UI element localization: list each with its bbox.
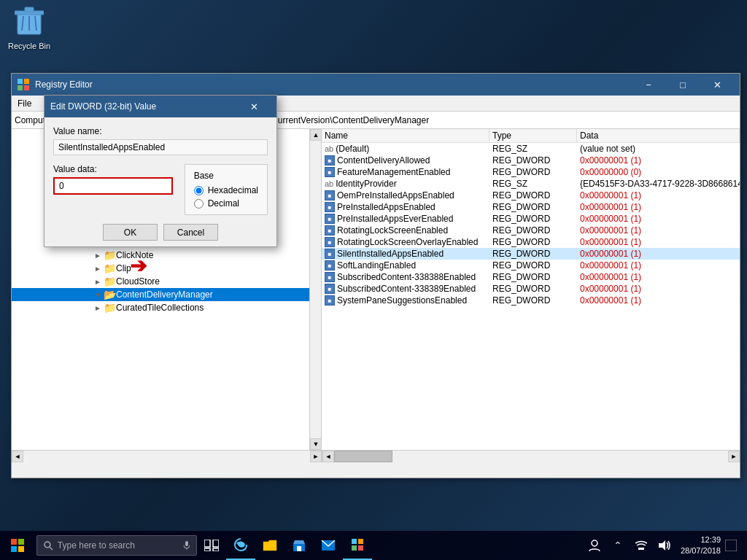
taskbar-clock[interactable]: 12:39 28/07/2018 bbox=[681, 534, 721, 557]
entry-featuremanagement[interactable]: ■ FeatureManagementEnabled REG_DWORD 0x0… bbox=[322, 166, 740, 178]
entry-type: REG_DWORD bbox=[489, 190, 577, 201]
scroll-right-button[interactable]: ► bbox=[310, 451, 322, 462]
volume-icon[interactable] bbox=[654, 535, 675, 556]
value-data-input[interactable] bbox=[53, 177, 173, 195]
reg-icon: ■ bbox=[325, 249, 335, 259]
value-name-input[interactable] bbox=[53, 139, 268, 155]
scroll-up-button[interactable]: ▲ bbox=[310, 129, 322, 141]
clock-date: 28/07/2018 bbox=[681, 545, 721, 556]
store-button[interactable] bbox=[285, 531, 314, 560]
dialog-title: Edit DWORD (32-bit) Value bbox=[50, 101, 237, 112]
col-data[interactable]: Data bbox=[577, 129, 740, 142]
network-icon[interactable] bbox=[631, 535, 651, 556]
entry-systempane[interactable]: ■ SystemPaneSuggestionsEnabled REG_DWORD… bbox=[322, 295, 740, 306]
svg-rect-26 bbox=[352, 539, 357, 544]
entry-preinstalledever[interactable]: ■ PreInstalledAppsEverEnabled REG_DWORD … bbox=[322, 213, 740, 225]
search-bar[interactable] bbox=[36, 535, 197, 556]
chevron-up-icon[interactable]: ⌃ bbox=[608, 535, 628, 556]
entry-rotatinglock[interactable]: ■ RotatingLockScreenEnabled REG_DWORD 0x… bbox=[322, 225, 740, 236]
col-name[interactable]: Name bbox=[322, 129, 489, 142]
reg-icon: ■ bbox=[325, 214, 335, 224]
entry-name: ■ SystemPaneSuggestionsEnabled bbox=[322, 295, 489, 306]
entry-default[interactable]: ab (Default) REG_SZ (value not set) bbox=[322, 143, 740, 155]
tree-item-clip[interactable]: ► 📁 Clip bbox=[12, 262, 309, 275]
scroll-down-button[interactable]: ▼ bbox=[310, 438, 322, 450]
menu-file[interactable]: File bbox=[12, 97, 37, 110]
maximize-button[interactable]: □ bbox=[666, 74, 700, 96]
close-button[interactable]: ✕ bbox=[700, 74, 734, 96]
tree-item-contentdelivery[interactable]: ▼ 📂 ContentDeliveryManager bbox=[12, 288, 309, 301]
entries-hscroll: ◄ ► bbox=[322, 451, 740, 462]
entry-subscribed338388[interactable]: ■ SubscribedContent-338388Enabled REG_DW… bbox=[322, 271, 740, 283]
expand-icon[interactable]: ► bbox=[92, 252, 104, 260]
entry-softlanding[interactable]: ■ SoftLandingEnabled REG_DWORD 0x0000000… bbox=[322, 260, 740, 271]
expand-icon[interactable]: ► bbox=[92, 304, 104, 312]
scroll-left-button2[interactable]: ◄ bbox=[322, 451, 334, 462]
tree-scrollbar[interactable]: ▲ ▼ bbox=[309, 129, 321, 450]
scroll-left-button[interactable]: ◄ bbox=[12, 451, 23, 462]
entry-data: (value not set) bbox=[577, 143, 740, 155]
expand-icon[interactable]: ► bbox=[92, 278, 104, 286]
radio-decimal[interactable] bbox=[194, 199, 204, 209]
expand-icon[interactable]: ▼ bbox=[92, 291, 104, 299]
entries-header: Name Type Data bbox=[322, 129, 740, 143]
registry-taskbar-button[interactable] bbox=[343, 531, 372, 560]
svg-rect-27 bbox=[358, 539, 363, 544]
entry-data: {ED4515F3-DA33-4717-9228-3D8668614 bbox=[577, 178, 740, 190]
svg-rect-11 bbox=[11, 539, 17, 545]
entry-name: ■ ContentDeliveryAllowed bbox=[322, 155, 489, 166]
reg-icon: ■ bbox=[325, 202, 335, 212]
entry-oempreinstalled[interactable]: ■ OemPreInstalledAppsEnabled REG_DWORD 0… bbox=[322, 190, 740, 201]
clock-time: 12:39 bbox=[681, 534, 721, 545]
notification-icon[interactable] bbox=[721, 535, 741, 556]
horizontal-scrollbar: ◄ ► ◄ ► bbox=[12, 450, 740, 462]
scroll-track-h2 bbox=[334, 451, 728, 462]
radio-hexadecimal[interactable] bbox=[194, 186, 204, 195]
tree-item-curatedtile[interactable]: ► 📁 CuratedTileCollections bbox=[12, 301, 309, 314]
entry-name: ■ SilentInstalledAppsEnabled bbox=[322, 248, 489, 260]
mail-button[interactable] bbox=[314, 531, 343, 560]
radio-decimal-label[interactable]: Decimal bbox=[194, 198, 258, 209]
radio-hexadecimal-label[interactable]: Hexadecimal bbox=[194, 185, 258, 195]
entry-data: 0x00000001 (1) bbox=[577, 271, 740, 283]
entry-contentdeliveryallowed[interactable]: ■ ContentDeliveryAllowed REG_DWORD 0x000… bbox=[322, 155, 740, 166]
start-button[interactable] bbox=[0, 531, 35, 560]
file-explorer-button[interactable] bbox=[255, 531, 285, 560]
base-group: Base Hexadecimal Decimal bbox=[185, 164, 268, 215]
entry-rotatinglockoverlay[interactable]: ■ RotatingLockScreenOverlayEnabled REG_D… bbox=[322, 236, 740, 248]
scroll-right-button2[interactable]: ► bbox=[728, 451, 740, 462]
col-type[interactable]: Type bbox=[489, 129, 577, 142]
tree-item-clicknote[interactable]: ► 📁 ClickNote bbox=[12, 249, 309, 262]
recycle-bin-label: Recycle Bin bbox=[8, 42, 50, 50]
entry-identityprovider[interactable]: ab IdentityProvider REG_SZ {ED4515F3-DA3… bbox=[322, 178, 740, 190]
task-view-button[interactable] bbox=[197, 531, 226, 560]
scroll-thumb[interactable] bbox=[334, 451, 392, 462]
svg-rect-22 bbox=[213, 548, 219, 551]
dialog-buttons: OK Cancel bbox=[44, 224, 276, 246]
entry-silentinstalled[interactable]: ■ SilentInstalledAppsEnabled REG_DWORD 0… bbox=[322, 248, 740, 260]
entry-preinstalled[interactable]: ■ PreInstalledAppsEnabled REG_DWORD 0x00… bbox=[322, 201, 740, 213]
ok-button[interactable]: OK bbox=[103, 224, 158, 241]
entry-data: 0x00000001 (1) bbox=[577, 190, 740, 201]
tree-item-cloudstore[interactable]: ► 📁 CloudStore bbox=[12, 275, 309, 288]
search-input[interactable] bbox=[58, 540, 180, 551]
expand-icon[interactable]: ► bbox=[92, 265, 104, 273]
entry-subscribed338389[interactable]: ■ SubscribedContent-338389Enabled REG_DW… bbox=[322, 283, 740, 295]
folder-icon: 📁 bbox=[104, 249, 116, 261]
minimize-button[interactable]: − bbox=[632, 74, 665, 96]
edge-button[interactable] bbox=[226, 531, 255, 560]
tree-label: CuratedTileCollections bbox=[116, 303, 204, 313]
entry-type: REG_DWORD bbox=[489, 213, 577, 225]
entry-data: 0x00000001 (1) bbox=[577, 225, 740, 236]
entry-name: ■ SoftLandingEnabled bbox=[322, 260, 489, 271]
entry-type: REG_DWORD bbox=[489, 225, 577, 236]
reg-icon: ■ bbox=[325, 272, 335, 282]
cancel-button[interactable]: Cancel bbox=[163, 224, 218, 241]
entry-type: REG_DWORD bbox=[489, 248, 577, 260]
registry-editor-icon bbox=[18, 79, 29, 90]
entry-data: 0x00000001 (1) bbox=[577, 236, 740, 248]
window-titlebar: Registry Editor − □ ✕ bbox=[12, 74, 740, 96]
recycle-bin-icon[interactable]: Recycle Bin bbox=[8, 4, 50, 50]
people-icon[interactable] bbox=[584, 535, 605, 556]
dialog-close-button[interactable]: ✕ bbox=[237, 96, 271, 117]
